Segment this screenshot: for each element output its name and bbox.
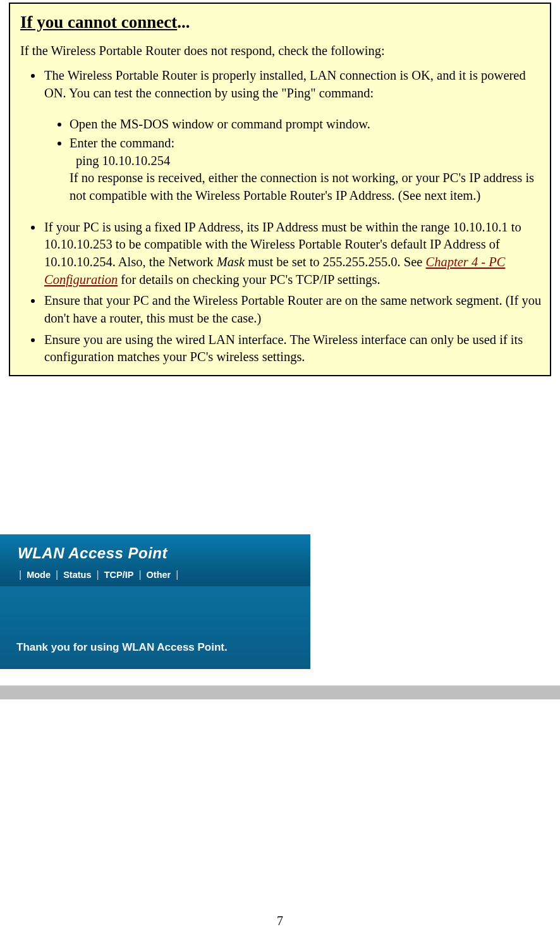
wlan-title: WLAN Access Point — [18, 544, 310, 562]
notice-title-underline: If you cannot connect — [20, 13, 177, 32]
bullet1-text: The Wireless Portable Router is properly… — [44, 68, 526, 100]
notice-box: If you cannot connect... If the Wireless… — [9, 3, 551, 376]
notice-title: If you cannot connect... — [20, 13, 544, 32]
tab-separator-icon: | — [95, 569, 100, 580]
wlan-header: WLAN Access Point | Mode | Status | TCP/… — [0, 534, 310, 586]
notice-list: The Wireless Portable Router is properly… — [24, 67, 544, 366]
wlan-message: Thank you for using WLAN Access Point. — [16, 641, 228, 654]
sub1-text: Open the MS-DOS window or command prompt… — [70, 117, 370, 131]
list-item: Open the MS-DOS window or command prompt… — [70, 116, 544, 133]
bullet2-part2: must be set to 255.255.255.0. See — [245, 255, 425, 269]
inner-list: Open the MS-DOS window or command prompt… — [51, 116, 544, 204]
list-item: If your PC is using a fixed IP Address, … — [43, 219, 544, 289]
tab-separator-icon: | — [54, 569, 59, 580]
sub2-line1: Enter the command: — [70, 136, 174, 150]
tab-tcpip[interactable]: TCP/IP — [100, 568, 138, 581]
notice-intro: If the Wireless Portable Router does not… — [20, 44, 544, 58]
page-number: 7 — [0, 914, 560, 928]
sub2-rest: If no response is received, either the c… — [70, 171, 534, 202]
bullet2-mask: Mask — [217, 255, 245, 269]
gray-bar — [0, 685, 560, 699]
ping-command: ping 10.10.10.254 — [76, 152, 544, 170]
wlan-body: Thank you for using WLAN Access Point. — [0, 587, 310, 669]
tab-mode[interactable]: Mode — [23, 568, 54, 581]
bullet2-part3: for details on checking your PC's TCP/IP… — [118, 273, 380, 286]
tab-other[interactable]: Other — [143, 568, 175, 581]
notice-title-suffix: ... — [177, 13, 190, 32]
list-item: Ensure you are using the wired LAN inter… — [43, 331, 544, 366]
tab-status[interactable]: Status — [59, 568, 95, 581]
list-item: The Wireless Portable Router is properly… — [43, 67, 544, 205]
wlan-panel: WLAN Access Point | Mode | Status | TCP/… — [0, 534, 310, 669]
tab-separator-icon: | — [18, 569, 23, 580]
list-item: Ensure that your PC and the Wireless Por… — [43, 292, 544, 327]
tab-separator-icon: | — [174, 569, 180, 580]
list-item: Enter the command: ping 10.10.10.254 If … — [70, 135, 544, 205]
tab-separator-icon: | — [137, 569, 142, 580]
wlan-tabs: | Mode | Status | TCP/IP | Other | — [18, 568, 310, 581]
